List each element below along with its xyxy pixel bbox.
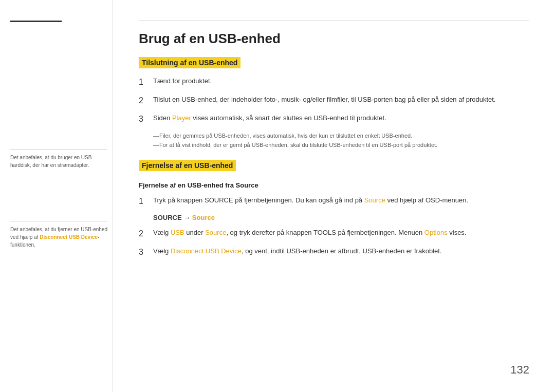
section1-steps: 1 Tænd for produktet. 2 Tilslut en USB-e… xyxy=(139,76,529,125)
source-arrow: SOURCE → Source xyxy=(153,214,529,221)
step-1-2: 2 Tilslut en USB-enhed, der indeholder f… xyxy=(139,95,529,107)
step-1-1: 1 Tænd for produktet. xyxy=(139,76,529,88)
sidebar-top-decoration xyxy=(10,21,62,22)
page-title: Brug af en USB-enhed xyxy=(139,31,529,47)
sidebar-note-2: Det anbefales, at du fjerner en USB-enhe… xyxy=(10,221,107,249)
step-1-3: 3 Siden Player vises automatisk, så snar… xyxy=(139,113,529,125)
section2-sub-heading: Fjernelse af en USB-enhed fra Source xyxy=(139,181,529,189)
step-2-2: 2 Vælg USB under Source, og tryk derefte… xyxy=(139,228,529,240)
section1-heading: Tilslutning af en USB-enhed xyxy=(139,57,240,68)
section1-notes: Filer, der gemmes på USB-enheden, vises … xyxy=(153,132,529,150)
section2-heading: Fjernelse af en USB-enhed xyxy=(139,160,236,171)
page-number: 132 xyxy=(510,363,529,377)
main-content: Brug af en USB-enhed Tilslutning af en U… xyxy=(113,0,555,392)
step-2-3: 3 Vælg Disconnect USB Device, og vent, i… xyxy=(139,246,529,258)
section2-steps: 1 Tryk på knappen SOURCE på fjernbetjeni… xyxy=(139,195,529,208)
sidebar: Det anbefales, at du bruger en USB-hardd… xyxy=(0,0,113,392)
sidebar-note-1: Det anbefales, at du bruger en USB-hardd… xyxy=(10,149,107,169)
note-1: Filer, der gemmes på USB-enheden, vises … xyxy=(153,132,529,141)
section2: Fjernelse af en USB-enhed Fjernelse af e… xyxy=(139,160,529,258)
step-2-1: 1 Tryk på knappen SOURCE på fjernbetjeni… xyxy=(139,195,529,208)
top-divider xyxy=(139,21,529,21)
note-2: For at få vist indhold, der er gemt på U… xyxy=(153,141,529,150)
section2-steps-cont: 2 Vælg USB under Source, og tryk derefte… xyxy=(139,228,529,258)
